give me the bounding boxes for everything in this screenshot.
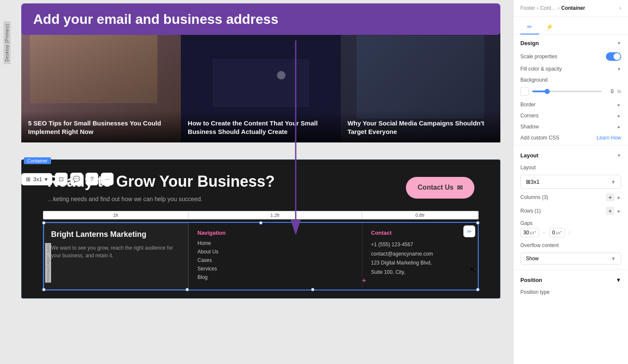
breadcrumb: Footer › Cont… › Container › [514,0,628,17]
design-label: Design [520,40,539,46]
layout-property-row: Layout [514,162,628,173]
ruler-col3: 0.8fr [362,211,478,219]
footer-brand-col: Bright Lanterns Marketing We want to see… [44,223,188,290]
edit-icon: ✏ [467,228,472,235]
design-section-header[interactable]: Design ▼ [514,35,628,50]
border-arrow: ► [617,102,621,107]
layout-dropdown[interactable]: ⊞ 3x1 ▼ [520,175,621,189]
rows-controls: + ► [606,207,621,215]
layout-section-header[interactable]: Layout ▼ [514,147,628,162]
gap-v-input[interactable]: 0 px* [549,228,565,237]
blog-card-title-1: 5 SEO Tips for Small Businesses You Coul… [28,119,174,136]
grid-icon: ⊞ [26,176,31,182]
footer-grid: ✏ Bright Lanterns Marketing We want to s… [43,222,479,290]
footer-nav-label: Navigation [197,230,354,236]
position-label: Position [520,277,542,283]
blog-card-2[interactable]: How to Create the Content That Your Smal… [181,23,340,142]
rows-arrow[interactable]: ► [617,209,621,213]
sidebar-divider-1 [514,145,628,145]
corners-row[interactable]: Corners ► [514,110,628,121]
custom-css-label: Add custom CSS [520,135,559,141]
border-row[interactable]: Border ► [514,99,628,110]
overflow-chevron: ▼ [611,256,616,261]
bg-color-swatch[interactable] [520,87,529,96]
annotation-banner: Add your email and business address [21,3,500,35]
gap-arrow-h: ↔ [542,230,547,236]
layout-dropdown-icon: ⊞ [526,179,531,185]
blog-card-3[interactable]: Why Your Social Media Campaigns Shouldn'… [341,23,500,142]
contact-email: contact@agencyname.com [371,250,469,259]
ruler-col1: 1fr [43,211,188,219]
bg-value: 0 [605,88,614,94]
contact-address1: 123 Digital Marketing Blvd, [371,259,469,268]
bg-slider-container [532,91,602,92]
background-row: Background [514,74,628,85]
cta-section: Ready to Grow Your Business? …keting nee… [22,160,500,211]
help-btn[interactable]: ? [86,173,98,185]
edit-icon-btn[interactable]: ✏ [463,225,475,237]
gap-v-value: 0 [552,230,555,236]
grid-ruler: 1fr 1.2fr 0.8fr [43,211,479,219]
bg-slider[interactable] [532,91,602,92]
footer-nav-col: Navigation Home About Us Cases Services … [188,223,362,290]
shadow-row[interactable]: Shadow ► [514,121,628,132]
annotation-title: Add your email and business address [33,11,488,27]
gaps-label: Gaps [520,220,533,226]
learn-how-link[interactable]: Learn How [597,135,621,141]
scale-label: Scale properties [520,54,557,60]
tab-interactions[interactable]: ⚡ [539,20,560,34]
columns-arrow[interactable]: ► [617,195,621,200]
contact-btn-label: Contact Us [418,184,454,191]
footer-contact-info: +1 (555) 123-4567 contact@agencyname.com… [371,240,469,277]
nav-about[interactable]: About Us [197,249,354,255]
nav-services[interactable]: Services [197,266,354,272]
layout-dropdown-value: 3x1 [531,179,540,185]
columns-row: Columns (3) + ► [514,191,628,204]
background-label: Background [520,77,548,83]
lightning-icon: ⚡ [546,23,553,30]
footer-nav-links: Home About Us Cases Services Blog [197,240,354,280]
shadow-label: Shadow [520,124,539,130]
expand-icon[interactable]: › [619,5,621,11]
nav-cases[interactable]: Cases [197,257,354,263]
breadcrumb-footer: Footer [520,5,535,11]
corners-label: Corners [520,113,539,119]
toolbar-row: ⊞ 3x1 ▾ ⊡ 💬 ? ··· [21,173,114,185]
fill-color-row[interactable]: Fill color & opacity ▼ [514,63,628,74]
overflow-label: Overflow content [520,242,559,248]
layout-selector[interactable]: ⊞ 3x1 ▾ [21,173,52,185]
breadcrumb-cont: Cont… [540,5,556,11]
gap-h-input[interactable]: 30 px* [520,228,539,237]
tab-design[interactable]: ✏ [520,20,539,34]
blog-card-1[interactable]: 5 SEO Tips for Small Businesses You Coul… [21,23,181,142]
contact-button[interactable]: Contact Us ✉ [406,177,474,199]
columns-add-btn[interactable]: + [606,193,614,202]
gaps-row: Gaps 30 px* ↔ 0 px* ↕ [514,218,628,240]
pencil-icon: ✏ [527,23,532,30]
position-type-label: Position type [520,289,550,295]
nav-blog[interactable]: Blog [197,274,354,280]
layout-type-label: Layout [520,165,536,171]
gap-v-unit: px* [556,230,562,235]
gap-h-value: 30 [523,230,529,236]
overflow-row: Overflow content [514,240,628,251]
bg-slider-thumb[interactable] [545,89,550,94]
footer-brand-desc: We want to see you grow, reach the right… [51,244,181,259]
more-btn[interactable]: ··· [101,173,114,185]
grid-btn[interactable]: ⊡ [55,173,68,185]
comment-btn[interactable]: 💬 [70,173,83,185]
footer-brand-name: Bright Lanterns Marketing [51,230,181,239]
footer-contact-col: Contact +1 (555) 123-4567 contact@agency… [362,223,478,290]
overflow-select[interactable]: Show ▼ [520,253,621,264]
columns-controls: + ► [606,193,621,202]
design-chevron: ▼ [617,41,621,46]
gap-arrow-v: ↕ [568,230,570,236]
position-type-row: Position type [514,287,628,298]
blog-card-title-2: How to Create the Content That Your Smal… [188,119,334,136]
scale-toggle[interactable] [606,52,621,61]
blog-cards-section: 5 SEO Tips for Small Businesses You Coul… [21,23,500,142]
rows-add-btn[interactable]: + [606,207,614,215]
cta-description: …keting needs and find out how we can he… [47,196,217,202]
position-section-header[interactable]: Position ▼ [514,272,628,287]
nav-home[interactable]: Home [197,240,354,246]
